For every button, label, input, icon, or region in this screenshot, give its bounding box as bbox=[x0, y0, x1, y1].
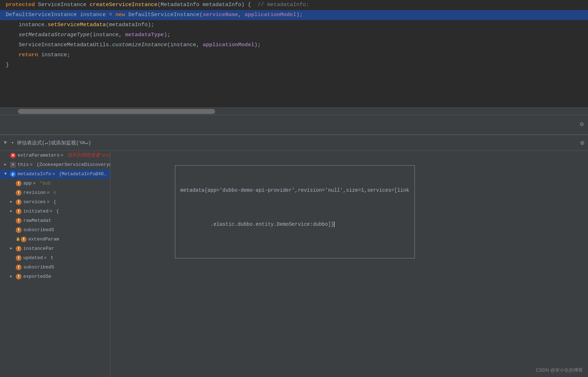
tooltip-line1: metadata{app='dubbo-demo-api-provider',r… bbox=[180, 186, 409, 195]
editor-spacer: ⚙ bbox=[0, 115, 588, 134]
var-name: subscribedS bbox=[23, 264, 54, 271]
var-value: {ZookeeperServiceDiscovery@4043} bbox=[34, 162, 110, 168]
var-name: updated bbox=[23, 255, 43, 261]
var-item-this[interactable]: ▶ ≡ this = {ZookeeperServiceDiscovery@40… bbox=[0, 160, 110, 170]
error-icon: ✕ bbox=[10, 153, 16, 158]
var-item-exportedSe[interactable]: ▶ f exportedSe bbox=[0, 272, 110, 281]
var-item-revision[interactable]: f revision = n bbox=[0, 188, 110, 197]
var-name: services bbox=[23, 199, 46, 205]
var-item-initiated[interactable]: ▶ f initiated = { bbox=[0, 207, 110, 216]
p-icon: p bbox=[10, 171, 16, 177]
expand-arrow-services[interactable]: ▶ bbox=[10, 199, 15, 205]
no-expand bbox=[4, 153, 9, 158]
code-line-highlighted: DefaultServiceInstance instance = new De… bbox=[0, 10, 588, 20]
code-line: protected ServiceInstance createServiceI… bbox=[0, 0, 588, 10]
f-icon: f bbox=[16, 264, 22, 270]
dropdown-arrow[interactable]: ▾ bbox=[11, 140, 14, 145]
no-expand bbox=[10, 190, 15, 195]
var-item-services[interactable]: ▶ f services = { bbox=[0, 197, 110, 207]
var-name: revision bbox=[23, 190, 46, 196]
debug-content: ✕ extraParameters = 找不到局部变量'extraParamet… bbox=[0, 151, 588, 377]
add-watch-icon[interactable]: ⊕ bbox=[580, 138, 584, 147]
code-line: setMetadataStorageType (instance, metada… bbox=[0, 30, 588, 40]
var-name: instancePar bbox=[23, 245, 54, 252]
f-icon: f bbox=[16, 199, 22, 205]
code-editor: protected ServiceInstance createServiceI… bbox=[0, 0, 588, 108]
f-icon: f bbox=[16, 246, 22, 252]
f-icon: f bbox=[21, 237, 27, 242]
no-expand bbox=[10, 218, 15, 223]
var-name: extendParam bbox=[28, 236, 59, 243]
tooltip-popup: metadata{app='dubbo-demo-api-provider',r… bbox=[175, 165, 415, 258]
no-expand bbox=[10, 264, 15, 270]
method-name-text: createServiceInstance bbox=[90, 1, 157, 9]
no-expand bbox=[10, 255, 15, 261]
keyword-protected: protected bbox=[6, 1, 35, 9]
scrollbar-thumb[interactable] bbox=[18, 109, 215, 114]
no-expand bbox=[10, 227, 15, 233]
var-value: { bbox=[53, 208, 59, 215]
expand-arrow-metadata[interactable]: ▼ bbox=[4, 171, 9, 177]
var-name: extraParameters bbox=[18, 152, 60, 159]
var-value: {MetadataInfo@4045} "metadata{app='dubbo… bbox=[56, 171, 108, 177]
var-item-metadataInfo[interactable]: ▼ p metadataInfo = {MetadataInfo@4045} "… bbox=[0, 170, 110, 179]
var-item-app[interactable]: f app = "dub bbox=[0, 179, 110, 188]
eval-toolbar: ▼ ▾ 评估表达式(↵)或添加监视(⌥⌘↵) ⊕ bbox=[0, 135, 588, 151]
code-line: return instance; bbox=[0, 50, 588, 60]
f-icon: f bbox=[16, 209, 22, 214]
var-item-extendParam[interactable]: 🔒 f extendParam bbox=[0, 235, 110, 244]
var-item-updated[interactable]: f updated = t bbox=[0, 253, 110, 263]
expand-arrow-exportedse[interactable]: ▶ bbox=[10, 274, 15, 279]
debug-panel: ▼ ▾ 评估表达式(↵)或添加监视(⌥⌘↵) ⊕ ✕ extraParamete… bbox=[0, 134, 588, 377]
var-item-instancePar[interactable]: ▶ f instancePar bbox=[0, 244, 110, 253]
var-value: "dub bbox=[37, 180, 51, 187]
var-name: this bbox=[18, 162, 29, 168]
no-expand bbox=[10, 237, 15, 242]
eval-expression-input[interactable]: 评估表达式(↵)或添加监视(⌥⌘↵) bbox=[17, 140, 577, 146]
tooltip-panel: metadata{app='dubbo-demo-api-provider',r… bbox=[110, 151, 588, 377]
f-icon: f bbox=[16, 255, 22, 261]
watermark: CSDN @宋小生的博客 bbox=[536, 367, 583, 373]
this-icon: ≡ bbox=[10, 162, 16, 168]
expand-arrow-this[interactable]: ▶ bbox=[4, 162, 9, 167]
code-line: ServiceInstanceMetadataUtils. customizeI… bbox=[0, 40, 588, 50]
var-value: { bbox=[51, 199, 56, 205]
var-name: metadataInfo bbox=[18, 171, 51, 177]
f-icon: f bbox=[16, 274, 22, 280]
var-name: app bbox=[23, 180, 32, 187]
var-item-subscribedS1[interactable]: f subscribedS bbox=[0, 225, 110, 235]
expand-arrow-initiated[interactable]: ▶ bbox=[10, 209, 15, 214]
gear-icon[interactable]: ⚙ bbox=[580, 120, 584, 128]
vars-panel: ✕ extraParameters = 找不到局部变量'extraParamet… bbox=[0, 151, 110, 377]
code-line: } bbox=[0, 60, 588, 70]
f-icon: f bbox=[16, 218, 22, 224]
var-name: rawMetadat bbox=[23, 218, 51, 224]
var-item-extraParameters[interactable]: ✕ extraParameters = 找不到局部变量'extraParamet… bbox=[0, 151, 110, 160]
filter-icon[interactable]: ▼ bbox=[4, 140, 7, 146]
var-item-rawMetadata[interactable]: f rawMetadat bbox=[0, 216, 110, 225]
var-name: initiated bbox=[23, 208, 48, 215]
locked-icon: 🔒 bbox=[16, 237, 20, 242]
f-icon: f bbox=[16, 227, 22, 233]
tooltip-line2: .elastic.dubbo.entity.DemoService:dubbo]… bbox=[180, 212, 409, 237]
var-name: subscribedS bbox=[23, 227, 54, 233]
horizontal-scrollbar[interactable] bbox=[0, 108, 588, 115]
code-line: instance. setServiceMetadata (metadataIn… bbox=[0, 20, 588, 30]
var-value: 找不到局部变量'extraParameters' bbox=[65, 152, 110, 159]
var-value: t bbox=[48, 255, 53, 261]
f-icon: f bbox=[16, 190, 22, 196]
var-value: n bbox=[51, 190, 56, 196]
var-item-subscribedS2[interactable]: f subscribedS bbox=[0, 263, 110, 272]
expand-arrow-instancepar[interactable]: ▶ bbox=[10, 246, 15, 251]
no-expand bbox=[10, 181, 15, 186]
var-name: exportedSe bbox=[23, 273, 51, 280]
cursor-blink bbox=[334, 221, 335, 227]
f-icon: f bbox=[16, 181, 22, 186]
